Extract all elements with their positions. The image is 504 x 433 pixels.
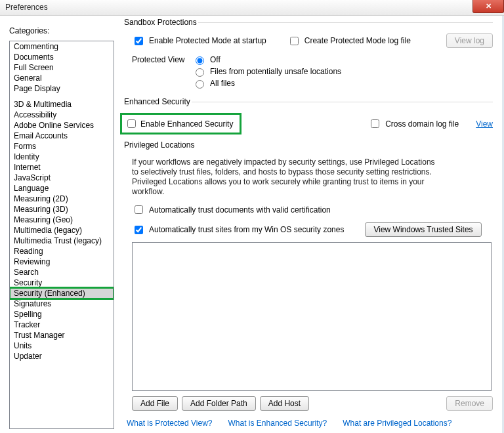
category-item[interactable]: Page Display — [10, 83, 114, 94]
remove-button[interactable]: Remove — [446, 396, 493, 411]
auto-cert-label: Automatically trust documents with valid… — [149, 205, 331, 215]
privileged-desc: If your workflows are negatively impacte… — [132, 157, 440, 197]
enhanced-row: Enable Enhanced Security Cross domain lo… — [123, 113, 493, 134]
pv-unsafe-row: Files from potentially unsafe locations — [132, 66, 493, 77]
pv-unsafe-label: Files from potentially unsafe locations — [210, 67, 341, 76]
category-separator — [10, 94, 114, 99]
enable-enhanced-label: Enable Enhanced Security — [140, 119, 233, 129]
pv-unsafe-radio[interactable] — [196, 68, 204, 77]
category-item[interactable]: Signatures — [10, 299, 114, 309]
category-item[interactable]: Language — [10, 183, 114, 194]
content-area: Categories: CommentingDocumentsFull Scre… — [0, 16, 504, 433]
protected-view-label: Protected View — [132, 55, 188, 64]
auto-os-row: Automatically trust sites from my Win OS… — [132, 222, 493, 237]
category-item[interactable]: Adobe Online Services — [10, 120, 114, 131]
auto-cert-checkbox[interactable] — [135, 205, 143, 214]
trusted-list[interactable] — [132, 242, 492, 391]
category-item[interactable]: Trust Manager — [10, 330, 114, 340]
category-item[interactable]: JavaScript — [10, 173, 114, 183]
category-item[interactable]: Security — [10, 278, 114, 288]
view-trusted-button[interactable]: View Windows Trusted Sites — [365, 222, 481, 237]
row-enable-protected: Enable Protected Mode at startup Create … — [132, 33, 493, 48]
enable-protected-mode-checkbox[interactable] — [135, 37, 143, 45]
auto-cert-row: Automatically trust documents with valid… — [132, 203, 493, 216]
close-icon: ✕ — [486, 2, 492, 10]
auto-os-checkbox[interactable] — [135, 226, 143, 234]
category-item[interactable]: Identity — [10, 152, 114, 162]
create-log-checkbox[interactable] — [290, 37, 299, 45]
footer-link-enhanced[interactable]: What is Enhanced Security? — [228, 419, 327, 428]
enable-enhanced-checkbox[interactable] — [127, 119, 136, 128]
category-item[interactable]: Search — [10, 267, 114, 278]
cross-domain-checkbox[interactable] — [371, 119, 379, 128]
category-item[interactable]: Measuring (Geo) — [10, 215, 114, 225]
category-item[interactable]: Documents — [10, 52, 114, 62]
enhanced-title: Enhanced Security — [123, 97, 192, 106]
sandbox-group: Sandbox Protections Enable Protected Mod… — [123, 22, 493, 94]
auto-os-label: Automatically trust sites from my Win OS… — [149, 225, 344, 234]
category-item[interactable]: Commenting — [10, 41, 114, 52]
category-item[interactable]: Internet — [10, 162, 114, 173]
category-item[interactable]: General — [10, 73, 114, 83]
categories-list[interactable]: CommentingDocumentsFull ScreenGeneralPag… — [9, 41, 114, 429]
category-item[interactable]: 3D & Multimedia — [10, 99, 114, 110]
footer-links: What is Protected View? What is Enhanced… — [123, 419, 493, 428]
privileged-group: Privileged Locations If your workflows a… — [123, 145, 493, 412]
category-item[interactable]: Full Screen — [10, 62, 114, 73]
category-item[interactable]: Accessibility — [10, 110, 114, 120]
list-buttons-row: Add File Add Folder Path Add Host Remove — [132, 396, 493, 411]
view-log-button[interactable]: View log — [446, 33, 493, 48]
add-host-button[interactable]: Add Host — [260, 396, 309, 411]
category-item[interactable]: Tracker — [10, 320, 114, 330]
add-folder-button[interactable]: Add Folder Path — [182, 396, 256, 411]
enable-protected-mode-label: Enable Protected Mode at startup — [149, 36, 266, 45]
category-item[interactable]: Multimedia (legacy) — [10, 225, 114, 236]
footer-link-privileged[interactable]: What are Privileged Locations? — [343, 419, 452, 428]
pv-all-label: All files — [210, 79, 235, 88]
window-title: Preferences — [5, 3, 48, 12]
enable-enhanced-highlight: Enable Enhanced Security — [120, 113, 242, 134]
category-item[interactable]: Spelling — [10, 309, 114, 320]
create-log-label: Create Protected Mode log file — [304, 36, 411, 45]
sidebar: Categories: CommentingDocumentsFull Scre… — [0, 16, 118, 433]
privileged-title: Privileged Locations — [123, 140, 493, 150]
categories-label: Categories: — [9, 26, 114, 35]
sandbox-title: Sandbox Protections — [123, 18, 198, 27]
category-item[interactable]: Multimedia Trust (legacy) — [10, 236, 114, 246]
category-item[interactable]: Reviewing — [10, 257, 114, 267]
footer-link-protected[interactable]: What is Protected View? — [127, 419, 213, 428]
pv-off-label: Off — [210, 55, 220, 64]
pv-off-radio[interactable] — [196, 56, 204, 65]
title-bar: Preferences ✕ — [0, 0, 504, 16]
pv-all-row: All files — [132, 78, 493, 89]
enhanced-group: Enhanced Security Enable Enhanced Securi… — [123, 102, 493, 136]
view-link[interactable]: View — [476, 119, 493, 129]
protected-view-row: Protected View Off — [132, 54, 493, 65]
category-item[interactable]: Email Accounts — [10, 131, 114, 141]
settings-panel: Sandbox Protections Enable Protected Mod… — [118, 16, 502, 433]
category-item[interactable]: Reading — [10, 246, 114, 257]
cross-domain-label: Cross domain log file — [385, 119, 459, 129]
pv-all-radio[interactable] — [196, 80, 204, 89]
add-file-button[interactable]: Add File — [132, 396, 178, 411]
category-item[interactable]: Measuring (2D) — [10, 194, 114, 204]
category-item[interactable]: Measuring (3D) — [10, 204, 114, 215]
category-item[interactable]: Units — [10, 340, 114, 351]
category-item[interactable]: Security (Enhanced) — [10, 288, 114, 299]
category-item[interactable]: Updater — [10, 351, 114, 361]
category-item[interactable]: Forms — [10, 141, 114, 152]
close-button[interactable]: ✕ — [472, 0, 504, 13]
